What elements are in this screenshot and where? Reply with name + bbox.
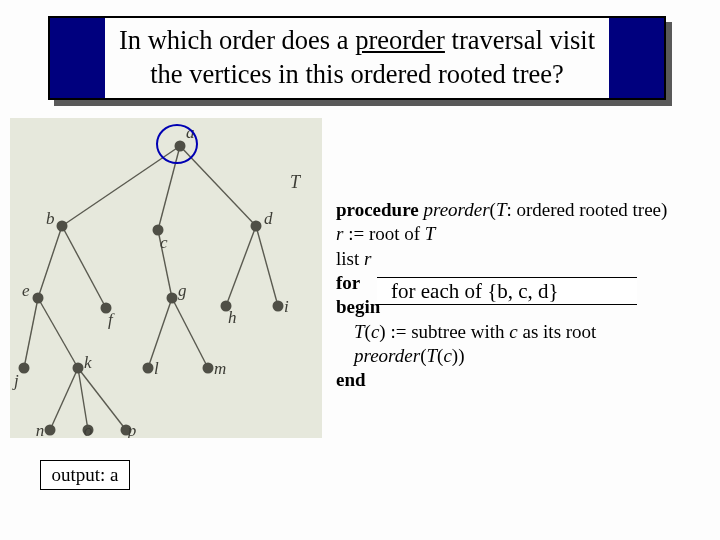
svg-point-26	[143, 363, 154, 374]
node-label-l: l	[154, 359, 159, 378]
overlay-text: for each of {b, c, d}	[391, 279, 559, 304]
svg-point-18	[251, 221, 262, 232]
node-label-m: m	[214, 359, 226, 378]
kw-begin: begin	[336, 296, 380, 317]
title-box: In which order does a preorder traversal…	[48, 16, 666, 100]
code-line: T(c) := subtree with c as its root	[336, 320, 716, 344]
kw-end: end	[336, 369, 366, 390]
var-T: T	[425, 223, 436, 244]
tree-diagram: a T b c d e f g h i j k l m n o p	[10, 118, 322, 438]
title-part: In which order does a	[119, 25, 355, 55]
node-label-h: h	[228, 308, 237, 327]
t: : ordered rooted tree)	[506, 199, 667, 220]
node-label-o: o	[84, 421, 93, 438]
kw-procedure: procedure	[336, 199, 423, 220]
svg-line-4	[62, 226, 106, 308]
t: ) := subtree with	[379, 321, 509, 342]
svg-line-3	[38, 226, 62, 298]
code-line: r := root of T	[336, 222, 716, 246]
node-label-i: i	[284, 297, 289, 316]
t: as its root	[518, 321, 597, 342]
node-label-e: e	[22, 281, 30, 300]
var-T: T	[496, 199, 507, 220]
output-text: output: a	[51, 464, 118, 486]
node-label-f: f	[108, 310, 115, 329]
node-label-j: j	[12, 371, 19, 390]
code-line: list r	[336, 247, 716, 271]
fn-name: preorder	[423, 199, 489, 220]
svg-point-24	[19, 363, 30, 374]
svg-line-7	[256, 226, 278, 306]
svg-line-6	[226, 226, 256, 306]
node-label-b: b	[46, 209, 55, 228]
svg-line-12	[50, 368, 78, 430]
svg-point-19	[33, 293, 44, 304]
title-part: the vertices in this ordered rooted tree…	[150, 59, 564, 89]
svg-point-16	[57, 221, 68, 232]
code-line: procedure preorder(T: ordered rooted tre…	[336, 198, 716, 222]
node-label-c: c	[160, 233, 168, 252]
title-part: traversal visit	[445, 25, 595, 55]
var-c: c	[443, 345, 451, 366]
title-text: In which order does a preorder traversal…	[105, 18, 609, 98]
svg-point-25	[73, 363, 84, 374]
t: list	[336, 248, 364, 269]
node-label-g: g	[178, 281, 187, 300]
svg-line-11	[172, 298, 208, 368]
code-line: end	[336, 368, 716, 392]
tree-label-T: T	[290, 172, 302, 192]
node-label-p: p	[127, 421, 137, 438]
var-T: T	[354, 321, 365, 342]
kw-for: for	[336, 272, 360, 293]
node-label-k: k	[84, 353, 92, 372]
var-r: r	[364, 248, 371, 269]
var-T: T	[426, 345, 437, 366]
svg-line-8	[24, 298, 38, 368]
code-line: preorder(T(c))	[336, 344, 716, 368]
node-label-d: d	[264, 209, 273, 228]
for-overlay: for each of {b, c, d}	[377, 277, 637, 305]
var-c: c	[509, 321, 517, 342]
output-box: output: a	[40, 460, 130, 490]
t: ))	[452, 345, 465, 366]
slide: In which order does a preorder traversal…	[0, 0, 720, 540]
node-label-n: n	[36, 421, 45, 438]
fn-name: preorder	[354, 345, 420, 366]
svg-point-28	[45, 425, 56, 436]
title-underline: preorder	[355, 25, 445, 55]
t: := root of	[343, 223, 424, 244]
svg-point-27	[203, 363, 214, 374]
highlight-circle-icon	[156, 124, 198, 164]
svg-line-9	[38, 298, 78, 368]
svg-line-10	[148, 298, 172, 368]
svg-point-23	[273, 301, 284, 312]
svg-point-21	[167, 293, 178, 304]
